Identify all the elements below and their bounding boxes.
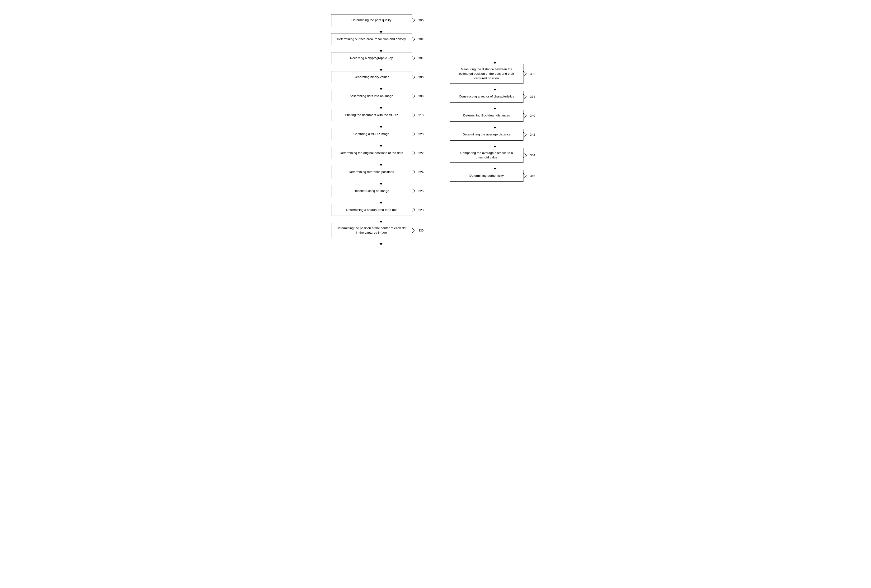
step-number-334: 334 [530,95,539,98]
step-box-330: Determining the position of the center o… [331,223,412,238]
step-box-340: Determining Euclidean distances [450,110,524,122]
arrow-connector [494,141,496,148]
step-label-300: Determining the print quality [351,18,391,22]
arrow-connector [380,102,382,109]
step-box-326: Reconstructing an image [331,185,412,197]
arrow-connector [380,140,382,147]
step-number-306: 306 [419,75,427,79]
arrow-connector [494,122,496,129]
step-box-322: Determining the original positions of th… [331,147,412,159]
flow-item-310: Printing the document with the VCDP310 [331,109,431,121]
step-label-324: Determining reference positions [349,170,394,174]
flow-item-328: Determining a search area for a dot328 [331,204,431,216]
arrow-connector [380,64,382,71]
flow-item-332: Measuring the distance between the estim… [450,64,540,84]
step-box-302: Determining surface area, resolution and… [331,33,412,45]
arrow-connector [380,83,382,90]
step-label-306: Generating binary values [353,75,389,79]
step-box-332: Measuring the distance between the estim… [450,64,524,84]
step-box-342: Determining the average distance [450,129,524,141]
flow-item-342: Determining the average distance342 [450,129,540,141]
flow-item-340: Determining Euclidean distances340 [450,110,540,122]
flow-item-308: Assembling dots into an image308 [331,90,431,102]
step-label-308: Assembling dots into an image [350,94,394,98]
arrow-connector [380,216,382,223]
step-label-320: Capturing a VCDP image [353,132,389,136]
step-box-320: Capturing a VCDP image [331,128,412,140]
step-number-332: 332 [530,72,539,76]
flow-item-322: Determining the original positions of th… [331,147,431,159]
arrow-connector [380,45,382,52]
step-label-328: Determining a search area for a dot [346,208,397,212]
arrow-connector [380,121,382,128]
flow-item-334: Constructing a vector of characteristics… [450,91,540,103]
flow-item-346: Determining authenticity346 [450,170,540,182]
step-number-324: 324 [419,170,427,174]
step-number-344: 344 [530,154,539,157]
flow-item-330: Determining the position of the center o… [331,223,431,238]
flow-item-304: Receiving a cryptographic key304 [331,52,431,64]
right-column: Measuring the distance between the estim… [450,57,540,182]
step-label-342: Determining the average distance [463,132,510,137]
diagram-container: Determining the print quality300Determin… [9,9,862,250]
step-label-302: Determining surface area, resolution and… [337,37,406,42]
step-number-346: 346 [530,174,539,178]
step-number-308: 308 [419,94,427,98]
step-box-344: Comparing the average distance to a thre… [450,148,524,163]
step-box-308: Assembling dots into an image [331,90,412,102]
arrow-connector [380,159,382,166]
step-label-304: Receiving a cryptographic key [350,56,393,60]
left-column: Determining the print quality300Determin… [331,14,431,245]
step-box-324: Determining reference positions [331,166,412,178]
step-number-304: 304 [419,57,427,60]
flow-item-326: Reconstructing an image326 [331,185,431,197]
arrow-connector [494,103,496,110]
arrow-connector [494,163,496,170]
step-label-330: Determining the position of the center o… [336,226,407,235]
arrow-connector [380,26,382,33]
arrow-connector [380,178,382,185]
flow-item-324: Determining reference positions324 [331,166,431,178]
flow-item-320: Capturing a VCDP image320 [331,128,431,140]
step-label-344: Comparing the average distance to a thre… [455,151,518,160]
step-number-328: 328 [419,208,427,212]
step-label-346: Determining authenticity [469,174,504,178]
step-number-320: 320 [419,132,427,136]
step-box-346: Determining authenticity [450,170,524,182]
step-box-334: Constructing a vector of characteristics [450,91,524,103]
step-number-300: 300 [419,18,427,22]
step-number-322: 322 [419,151,427,155]
flow-item-302: Determining surface area, resolution and… [331,33,431,45]
arrow-connector [380,197,382,204]
step-box-304: Receiving a cryptographic key [331,52,412,64]
step-box-306: Generating binary values [331,71,412,83]
step-box-328: Determining a search area for a dot [331,204,412,216]
flow-item-344: Comparing the average distance to a thre… [450,148,540,163]
arrow-connector [494,84,496,91]
step-box-300: Determining the print quality [331,14,412,26]
step-box-310: Printing the document with the VCDP [331,109,412,121]
step-label-310: Printing the document with the VCDP [345,113,398,117]
step-label-334: Constructing a vector of characteristics [459,94,514,99]
step-label-322: Determining the original positions of th… [340,151,403,155]
flow-item-300: Determining the print quality300 [331,14,431,26]
step-label-326: Reconstructing an image [354,189,389,193]
step-number-342: 342 [530,133,539,136]
step-label-340: Determining Euclidean distances [463,113,510,118]
step-number-330: 330 [419,229,427,232]
step-number-340: 340 [530,114,539,117]
bottom-arrow [380,238,382,245]
flow-item-306: Generating binary values306 [331,71,431,83]
step-label-332: Measuring the distance between the estim… [455,67,518,81]
step-number-302: 302 [419,37,427,41]
step-number-310: 310 [419,113,427,117]
step-number-326: 326 [419,189,427,193]
top-arrow-right [494,57,496,64]
